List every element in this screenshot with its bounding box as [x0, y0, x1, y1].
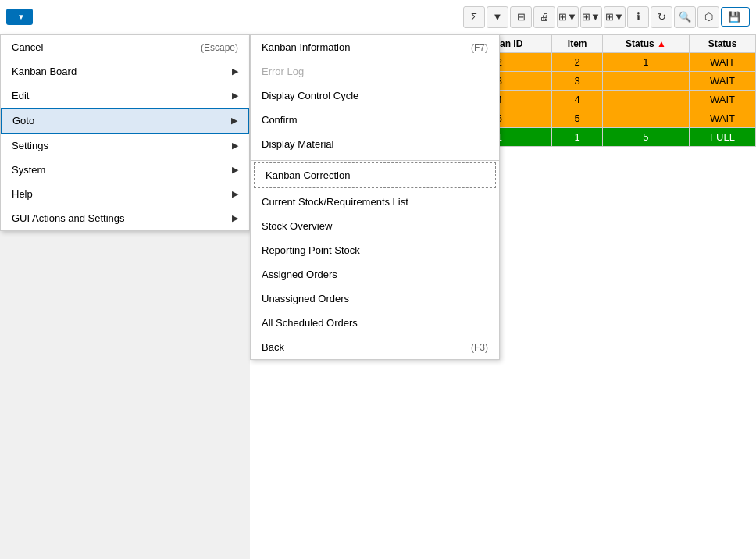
col-item[interactable]: Item	[552, 35, 602, 53]
col-status1[interactable]: Status ▲	[602, 35, 689, 53]
menu-item-stock-overview[interactable]: Stock Overview	[251, 214, 499, 238]
menu-item-display-material[interactable]: Display Material	[251, 132, 499, 156]
layout-icon[interactable]: ⊞▼	[557, 6, 579, 28]
filter-icon[interactable]: ⊟	[510, 6, 532, 28]
sum-icon[interactable]: Σ	[463, 6, 485, 28]
menu-item-back[interactable]: Back(F3)	[251, 335, 499, 359]
submenu-item-label: Back	[262, 341, 284, 353]
more-button[interactable]: ▼	[6, 9, 33, 25]
menu-item-current-stock[interactable]: Current Stock/Requirements List	[251, 190, 499, 214]
menu-level1: Cancel(Escape)Kanban Board▶Edit▶Goto▶Set…	[0, 34, 250, 231]
menu-item-cancel[interactable]: Cancel(Escape)	[1, 35, 249, 59]
menu-separator	[251, 158, 499, 158]
toolbar-icons: Σ ▼ ⊟ 🖨 ⊞▼ ⊞▼ ⊞▼ ℹ ↻ 🔍 ⬡ 💾	[463, 6, 750, 28]
submenu-item-label: Unassigned Orders	[262, 293, 349, 304]
menu-item-kanban-correction[interactable]: Kanban Correction	[254, 162, 496, 188]
menu-item-label: System	[12, 164, 45, 176]
submenu-arrow-icon: ▶	[232, 213, 238, 223]
table-icon[interactable]: ⊞▼	[604, 6, 626, 28]
menu-item-label: Kanban Board	[12, 66, 77, 77]
menu-item-label: Goto	[12, 115, 34, 126]
menu-item-confirm[interactable]: Confirm	[251, 108, 499, 132]
submenu-item-label: Display Material	[262, 138, 333, 150]
save-icon: 💾	[728, 11, 740, 23]
submenu-item-label: Error Log	[262, 66, 304, 77]
submenu-arrow-icon: ▶	[232, 91, 238, 101]
zoom-icon[interactable]: 🔍	[674, 6, 696, 28]
menu-item-settings[interactable]: Settings▶	[1, 134, 249, 158]
menu-item-system[interactable]: System▶	[1, 158, 249, 182]
submenu-arrow-icon: ▶	[232, 66, 238, 77]
menu-level2-goto: Kanban Information(F7)Error LogDisplay C…	[250, 34, 500, 360]
3d-icon[interactable]: ⬡	[697, 6, 719, 28]
menu-item-label: Help	[12, 188, 33, 200]
menu-item-help[interactable]: Help▶	[1, 182, 249, 206]
menu-item-label: GUI Actions and Settings	[12, 212, 125, 224]
col-status2[interactable]: Status	[689, 35, 755, 53]
info-icon[interactable]: ℹ	[627, 6, 649, 28]
menu-item-shortcut: (Escape)	[201, 42, 238, 53]
menu-item-assigned-orders[interactable]: Assigned Orders	[251, 262, 499, 287]
menu-item-reporting-point[interactable]: Reporting Point Stock	[251, 238, 499, 262]
submenu-arrow-icon: ▶	[232, 141, 238, 151]
print-icon[interactable]: 🖨	[533, 6, 555, 28]
menu-item-label: Edit	[12, 90, 29, 101]
menu-item-edit[interactable]: Edit▶	[1, 84, 249, 108]
toolbar: ▼ Σ ▼ ⊟ 🖨 ⊞▼ ⊞▼ ⊞▼ ℹ ↻ 🔍 ⬡ 💾	[0, 0, 756, 34]
submenu-item-label: Kanban Correction	[266, 169, 350, 181]
submenu-arrow-icon: ▶	[232, 189, 238, 199]
submenu-item-label: Current Stock/Requirements List	[262, 196, 408, 208]
submenu-item-label: Assigned Orders	[262, 269, 337, 280]
refresh-icon[interactable]: ↻	[651, 6, 672, 28]
submenu-item-label: All Scheduled Orders	[262, 317, 358, 329]
set-to-button[interactable]: 💾	[721, 7, 750, 27]
dropdown-icon[interactable]: ▼	[487, 6, 508, 28]
submenu-item-shortcut: (F7)	[471, 42, 488, 53]
menu-separator	[251, 160, 499, 161]
grid-icon[interactable]: ⊞▼	[580, 6, 602, 28]
menu-item-goto[interactable]: Goto▶	[1, 108, 249, 134]
chevron-down-icon: ▼	[17, 12, 25, 21]
submenu-arrow-icon: ▶	[232, 165, 238, 175]
menu-item-label: Cancel	[12, 41, 43, 53]
menu-item-label: Settings	[12, 140, 48, 151]
menu-item-kanban-info[interactable]: Kanban Information(F7)	[251, 35, 499, 59]
menu-item-error-log: Error Log	[251, 59, 499, 84]
menu-item-gui-actions[interactable]: GUI Actions and Settings▶	[1, 206, 249, 230]
menu-item-kanban-board[interactable]: Kanban Board▶	[1, 59, 249, 84]
menu-item-all-scheduled[interactable]: All Scheduled Orders	[251, 311, 499, 335]
submenu-item-label: Reporting Point Stock	[262, 244, 360, 256]
menu-item-unassigned-orders[interactable]: Unassigned Orders	[251, 287, 499, 311]
submenu-arrow-icon: ▶	[231, 116, 237, 126]
submenu-item-label: Kanban Information	[262, 41, 350, 53]
menu-item-display-control-cycle[interactable]: Display Control Cycle	[251, 84, 499, 108]
submenu-item-label: Confirm	[262, 114, 298, 126]
submenu-item-shortcut: (F3)	[471, 342, 488, 353]
submenu-item-label: Stock Overview	[262, 220, 332, 232]
submenu-item-label: Display Control Cycle	[262, 90, 358, 101]
